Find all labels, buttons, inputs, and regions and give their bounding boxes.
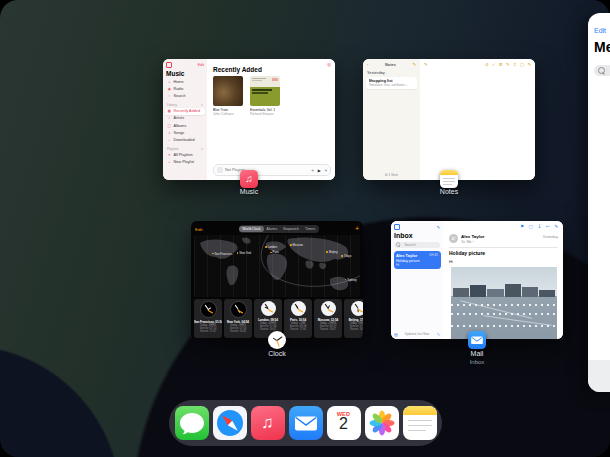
mini-player: Not Playing « ▶ » xyxy=(213,164,331,176)
profile-icon: ◎ xyxy=(327,62,331,67)
clock-app-icon[interactable] xyxy=(268,331,286,349)
analog-clock-face xyxy=(200,301,217,318)
add-city-button: + xyxy=(355,226,359,232)
analog-clock-face xyxy=(351,301,364,316)
sidebar-item-home: ⌂Home xyxy=(163,78,207,85)
library-section-header: Library∨ xyxy=(163,100,207,108)
flower-icon xyxy=(365,406,399,440)
playlists-section-header: Playlists∨ xyxy=(163,144,207,152)
email-time: 09:41 xyxy=(430,253,439,258)
search-icon xyxy=(598,67,605,74)
chevron-down-icon: ∨ xyxy=(201,147,203,151)
slideover-app-panel[interactable]: Edit Messages xyxy=(588,13,610,392)
app-card-music[interactable]: Edit Music ⌂Home ◉Radio ○Search Library∨… xyxy=(163,59,335,180)
folder-icon: ▢ xyxy=(529,224,533,229)
album-cover xyxy=(213,76,243,106)
city-dot-icon xyxy=(345,279,347,281)
chevron-down-icon: ∨ xyxy=(201,103,203,107)
sidebar-item-search: ○Search xyxy=(163,92,207,99)
map-city-marker: Tokyo xyxy=(341,254,351,258)
app-card-mail[interactable]: ✎ Inbox Search Alex Taylor09:41 Holiday … xyxy=(391,221,563,339)
artists-icon: ♪ xyxy=(167,116,172,120)
back-chevron-icon: ‹ xyxy=(367,62,368,67)
album-cover xyxy=(250,76,280,106)
table-icon: ⊞ xyxy=(499,62,503,67)
analog-clock-face xyxy=(291,301,306,316)
previous-icon: « xyxy=(311,168,313,173)
compose-icon: ✎ xyxy=(436,225,440,230)
city-dot-icon xyxy=(326,251,328,253)
sidebar-item-albums: ▢Albums xyxy=(163,122,207,129)
tab-stopwatch: Stopwatch xyxy=(280,226,302,232)
recently-added-icon: ▦ xyxy=(167,109,172,113)
new-playlist-icon: + xyxy=(167,160,172,164)
pen-icon: ✎ xyxy=(424,62,428,67)
map-city-marker: London xyxy=(265,245,277,249)
world-clock-card: Beijing, 17:54 Today, +8HRS Sunrise: 07:… xyxy=(344,299,363,338)
analog-clock-face xyxy=(321,301,336,316)
sidebar-item-recently-added: ▦Recently Added xyxy=(165,108,205,115)
downloaded-icon: ↓ xyxy=(167,138,172,142)
world-clock-card: Moscow, 12:54 Today, +3HRS Sunrise: 08:4… xyxy=(314,299,342,338)
music-app-icon[interactable]: ♫ xyxy=(240,170,258,188)
search-icon: ○ xyxy=(167,94,172,98)
share-icon: ↥ xyxy=(513,62,517,67)
reply-icon: ↩ xyxy=(546,224,550,229)
mail-search-field: Search xyxy=(394,242,440,249)
sender-avatar: AT xyxy=(449,234,458,243)
now-playing-status: Not Playing xyxy=(225,168,307,172)
map-city-marker: Paris xyxy=(270,250,279,254)
mail-app-icon[interactable] xyxy=(468,331,486,349)
city-dot-icon xyxy=(237,252,239,254)
camera-icon: ▢ xyxy=(520,62,524,67)
notes-icon-strip xyxy=(403,406,437,415)
notes-app-label: Notes xyxy=(440,188,458,195)
music-sidebar: Edit Music ⌂Home ◉Radio ○Search Library∨… xyxy=(163,59,208,180)
now-playing-artwork xyxy=(217,167,223,173)
dock-messages-icon[interactable] xyxy=(175,406,209,440)
music-edit-button: Edit xyxy=(198,63,204,67)
play-icon: ▶ xyxy=(318,168,321,173)
dock-notes-icon[interactable] xyxy=(403,406,437,440)
panel-title: Messages xyxy=(594,39,610,55)
notes-app-icon[interactable] xyxy=(440,170,458,188)
edit-button: Edit xyxy=(594,27,606,34)
clock-edit-button: Edit xyxy=(195,227,203,232)
dock-photos-icon[interactable] xyxy=(365,406,399,440)
mail-app-sublabel: Inbox xyxy=(470,359,485,365)
world-clock-card: Paris, 10:54 Today, +1HR Sunrise: 08:36 … xyxy=(284,299,312,338)
dock-calendar-icon[interactable]: WED 2 xyxy=(327,406,361,440)
note-list-item: Shopping list Tomatoes, feta, sunflower… xyxy=(366,77,417,89)
compose-icon: ✎ xyxy=(527,62,531,67)
tab-timers: Timers xyxy=(302,226,318,232)
archive-icon: ↧ xyxy=(537,224,541,229)
world-clock-card: San Francisco, 01:54 Today, -8HRS Sunris… xyxy=(194,299,222,338)
sidebar-toggle-icon xyxy=(394,224,400,230)
map-city-marker: New York xyxy=(237,251,251,255)
city-dot-icon xyxy=(341,255,343,257)
message-subject: Holiday picture xyxy=(449,250,485,256)
app-card-notes[interactable]: ‹ Notes ✎ Yesterday Shopping list Tomato… xyxy=(363,59,535,180)
world-clock-card: New York, 04:54 Today, -5HRS Sunrise: 07… xyxy=(224,299,252,338)
city-dot-icon xyxy=(265,246,267,248)
envelope-icon xyxy=(468,331,486,349)
dock: ♫ WED 2 xyxy=(169,400,442,446)
map-city-marker: Sydney xyxy=(345,278,357,282)
dock-safari-icon[interactable] xyxy=(213,406,247,440)
sidebar-item-radio: ◉Radio xyxy=(163,85,207,92)
mail-sidebar: ✎ Inbox Search Alex Taylor09:41 Holiday … xyxy=(391,221,444,339)
notes-main: ✎ ↺ ✓ ⊞ ✎ ↥ ▢ ✎ xyxy=(420,59,535,180)
sidebar-item-artists: ♪Artists xyxy=(163,115,207,122)
notes-sidebar-title: Notes xyxy=(385,62,396,67)
sidebar-toggle-icon xyxy=(166,62,172,68)
tab-world-clock: World Clock xyxy=(239,226,263,232)
analog-clock-face xyxy=(230,301,247,318)
recipient-line: To: Me › xyxy=(461,240,474,244)
city-dot-icon xyxy=(270,252,272,254)
album-item: Essentials, Vol. 1 Richard Strauss xyxy=(250,76,280,116)
app-card-clock[interactable]: Edit World Clock Alarms Stopwatch Timers… xyxy=(191,221,363,339)
dock-music-icon[interactable]: ♫ xyxy=(251,406,285,440)
checklist-icon: ✓ xyxy=(492,62,496,67)
tab-alarms: Alarms xyxy=(264,226,281,232)
dock-mail-icon[interactable] xyxy=(289,406,323,440)
